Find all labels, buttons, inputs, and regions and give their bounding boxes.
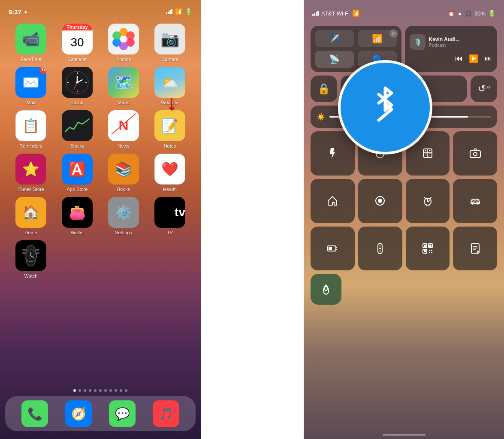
cc-media-play[interactable]: ▶️ [469,54,478,64]
mail-badge: 10 [39,67,46,74]
app-label-camera: Camera [161,57,178,62]
cc-orientation-btn[interactable]: 🔒 [311,76,337,102]
svg-line-52 [424,197,426,199]
cc-media-subtitle: Podcast [429,42,460,48]
cc-battery-pct: 90% [474,10,486,17]
svg-rect-59 [473,200,475,201]
app-label-settings: Settings [115,230,132,235]
app-label-facetime: FaceTime [21,57,42,62]
cc-qr-btn[interactable] [406,227,450,271]
bluetooth-overlay[interactable] [338,60,432,154]
wifi-icon: 📶 [175,8,182,15]
app-appstore[interactable]: 🅰️ App Store [55,154,100,192]
battery-icon: 🔋 [185,8,192,15]
cc-media-next[interactable]: ⏭ [484,54,492,64]
status-icons: 📶 🔋 [166,8,192,15]
app-label-clock: Clock [71,100,83,105]
app-label-maps: Maps [118,100,130,105]
cc-alarm-btn[interactable] [406,179,450,223]
cc-location-icon: ▲ [457,10,462,16]
page-dot-9 [115,389,117,392]
app-calendar[interactable]: Thursday 30 Calendar [55,24,100,62]
svg-point-39 [425,150,426,151]
svg-text:÷: ÷ [429,152,431,155]
cc-flashlight-btn[interactable] [311,131,355,176]
app-settings[interactable]: ⚙️ Settings [101,197,146,235]
svg-rect-31 [35,252,39,254]
app-mail[interactable]: ✉️ 10 Mail [9,67,53,105]
cc-media-block: 🎙️ Kevin Audi... Podcast ⏮ ▶️ ⏭ [405,26,498,72]
scroll-arrow: ↓ [166,90,177,115]
page-dots [0,389,201,392]
cc-notes-btn[interactable] [453,227,497,271]
svg-rect-72 [424,245,426,247]
app-watch[interactable]: Watch [9,240,53,279]
page-dot-5 [94,389,97,392]
app-label-reminders: Reminders [19,143,42,148]
phone-screen: 9:37 ▲ 📶 🔋 📹 FaceTime Thursd [0,0,201,439]
app-facetime[interactable]: 📹 FaceTime [9,24,53,62]
svg-rect-73 [429,245,432,247]
dock-messages[interactable]: 💬 [109,400,136,427]
app-news[interactable]: N News [101,110,146,148]
app-tv[interactable]: tv TV [148,197,192,235]
cc-replay-btn[interactable]: ↺ 30 [471,76,497,102]
svg-rect-45 [470,151,480,157]
app-itunes[interactable]: ⭐ iTunes Store [9,154,53,192]
app-label-photos: Photos [116,57,131,62]
app-label-wallet: Wallet [71,230,84,235]
svg-rect-60 [476,200,478,201]
cc-remote-btn[interactable] [358,227,402,271]
cc-camera-btn[interactable] [453,131,497,176]
page-dot-2 [78,389,81,392]
page-dot-10 [120,389,122,392]
app-photos[interactable]: Photos [101,24,146,62]
app-camera[interactable]: 📷 Camera [148,24,192,62]
svg-point-7 [120,36,127,42]
signal-bars [166,9,172,14]
cc-home-btn[interactable] [311,179,355,223]
cc-wifi-btn[interactable]: 📡 [315,51,354,68]
app-books[interactable]: 📚 Books [101,154,146,192]
app-stocks[interactable]: Stocks [55,110,100,148]
app-label-notes: Notes [164,143,176,148]
app-label-appstore: App Store [67,187,88,192]
cc-home-indicator [383,434,426,436]
cc-accessibility-btn[interactable] [311,274,341,305]
svg-rect-30 [35,249,39,251]
cc-signal [312,11,319,16]
app-reminders[interactable]: 📋 Reminders [9,110,53,148]
page-dot-4 [89,389,91,392]
cc-record-btn[interactable] [358,179,402,223]
app-wallet[interactable]: 👛 Wallet [55,197,100,235]
cc-media-title: Kevin Audi... [429,36,460,42]
svg-text:×: × [425,152,427,155]
svg-point-48 [378,199,382,203]
app-label-books: Books [117,187,130,192]
cc-media-prev[interactable]: ⏮ [455,54,463,64]
app-label-home: Home [24,230,37,235]
control-center: AT&T Wi-Fi 📶 ⏰ ▲ 🎧 90% 🔋 ✈️ 📶 [304,0,504,439]
cc-status-right: ⏰ ▲ 🎧 90% 🔋 [448,10,495,17]
cc-carrier: AT&T Wi-Fi [321,10,350,17]
app-notes[interactable]: 📝 Notes [148,110,192,148]
cc-car-btn[interactable] [453,179,497,223]
cc-battery-btn[interactable] [311,227,355,271]
svg-rect-64 [329,247,332,250]
dock-safari[interactable]: 🧭 [65,400,92,427]
cc-airplane-btn[interactable]: ✈️ [315,30,354,47]
svg-rect-74 [424,250,426,252]
app-health[interactable]: ❤️ Health [148,154,192,192]
cc-battery-icon: 🔋 [488,10,495,17]
cc-row-2 [311,179,497,223]
app-label-watch: Watch [24,273,38,279]
app-clock[interactable]: Clock [55,67,100,105]
app-maps[interactable]: 🗺️ Maps [101,67,146,105]
app-home[interactable]: 🏠 Home [9,197,53,235]
dock-phone[interactable]: 📞 [21,400,48,427]
cc-status-left: AT&T Wi-Fi 📶 [312,10,359,17]
cc-airdrop-icon: ⊙ [389,29,398,38]
dock-music[interactable]: 🎵 [153,400,179,427]
svg-point-6 [112,31,121,40]
svg-point-40 [429,150,430,151]
